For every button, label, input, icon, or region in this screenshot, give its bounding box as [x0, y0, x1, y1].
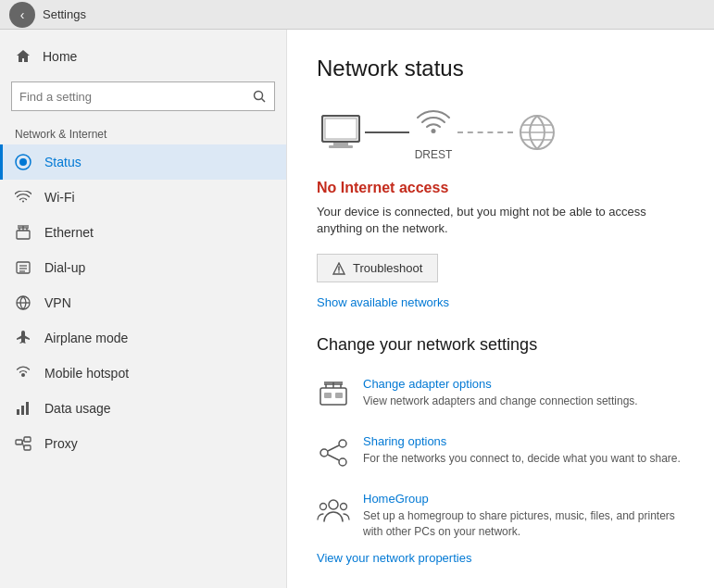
vpn-icon [15, 294, 31, 311]
settings-item-sharing[interactable]: Sharing options For the networks you con… [317, 431, 684, 473]
adapter-icon [317, 379, 350, 412]
svg-rect-4 [17, 231, 30, 239]
sharing-desc: For the networks you connect to, decide … [363, 451, 681, 467]
sidebar-item-status[interactable]: Status [0, 144, 286, 180]
airplane-label: Airplane mode [44, 331, 128, 345]
homegroup-desc: Set up a homegroup to share pictures, mu… [363, 508, 684, 540]
svg-point-48 [329, 500, 338, 509]
show-networks-link[interactable]: Show available networks [317, 295, 684, 309]
svg-point-43 [339, 440, 346, 447]
proxy-icon [15, 435, 31, 452]
ethernet-label: Ethernet [44, 225, 94, 240]
status-label: Status [44, 155, 81, 169]
nd-wifi-icon [409, 104, 457, 144]
svg-rect-16 [17, 409, 19, 415]
hotspot-icon [15, 365, 31, 382]
troubleshoot-button[interactable]: Troubleshoot [317, 254, 438, 282]
nd-wifi-col: DREST [409, 104, 457, 161]
adapter-desc: View network adapters and change connect… [363, 394, 638, 409]
wifi-label: Wi-Fi [44, 190, 75, 205]
nd-line-1 [365, 131, 409, 133]
status-icon [15, 154, 31, 170]
home-icon [15, 48, 31, 65]
sidebar-section-header: Network & Internet [0, 122, 286, 144]
adapter-text: Change adapter options View network adap… [363, 377, 638, 409]
svg-point-3 [19, 158, 27, 166]
computer-icon [317, 112, 365, 153]
sharing-title: Sharing options [363, 434, 681, 448]
sharing-icon [317, 436, 350, 469]
title-bar-text: Settings [43, 7, 86, 21]
sidebar-item-home[interactable]: Home [0, 39, 286, 74]
settings-item-homegroup[interactable]: HomeGroup Set up a homegroup to share pi… [317, 488, 684, 544]
sharing-text: Sharing options For the networks you con… [363, 434, 681, 467]
homegroup-text: HomeGroup Set up a homegroup to share pi… [363, 492, 684, 540]
page-title: Network status [317, 56, 684, 81]
svg-line-47 [328, 455, 339, 460]
wifi-icon [15, 189, 31, 206]
warning-icon [332, 262, 345, 275]
network-diagram: DREST [317, 104, 684, 161]
sidebar-item-airplane[interactable]: Airplane mode [0, 320, 286, 356]
svg-line-1 [262, 99, 266, 103]
svg-point-0 [255, 92, 263, 100]
svg-rect-42 [335, 393, 343, 398]
svg-rect-20 [24, 437, 31, 442]
hotspot-label: Mobile hotspot [44, 366, 129, 381]
settings-item-adapter[interactable]: Change adapter options View network adap… [317, 373, 684, 416]
dialup-label: Dial-up [44, 260, 85, 275]
view-properties-link[interactable]: View your network properties [317, 551, 471, 565]
svg-rect-17 [21, 406, 24, 415]
back-button[interactable]: ‹ [9, 2, 35, 28]
sidebar-item-wifi[interactable]: Wi-Fi [0, 180, 286, 215]
data-usage-icon [15, 400, 31, 417]
search-box[interactable] [11, 81, 275, 111]
svg-rect-27 [333, 143, 348, 145]
svg-rect-21 [24, 445, 31, 450]
svg-rect-26 [325, 119, 357, 139]
globe-icon [513, 112, 561, 153]
ethernet-icon [15, 224, 31, 241]
homegroup-title: HomeGroup [363, 492, 684, 506]
svg-line-46 [328, 445, 339, 451]
svg-line-23 [22, 443, 24, 448]
svg-point-44 [320, 449, 328, 457]
svg-point-50 [341, 504, 347, 510]
nd-globe-col [513, 112, 561, 153]
adapter-title: Change adapter options [363, 377, 638, 391]
svg-rect-28 [329, 145, 353, 148]
svg-rect-19 [16, 440, 22, 444]
title-bar: ‹ Settings [0, 0, 714, 30]
vpn-label: VPN [44, 295, 71, 310]
sidebar: Home Network & Internet Status [0, 30, 287, 588]
change-section-title: Change your network settings [317, 335, 684, 355]
sidebar-item-proxy[interactable]: Proxy [0, 426, 286, 461]
data-label: Data usage [44, 401, 111, 416]
sidebar-item-data[interactable]: Data usage [0, 391, 286, 426]
sidebar-item-hotspot[interactable]: Mobile hotspot [0, 356, 286, 391]
sidebar-item-dialup[interactable]: Dial-up [0, 250, 286, 285]
nd-computer-col [317, 112, 365, 153]
airplane-icon [15, 330, 31, 346]
sidebar-item-ethernet[interactable]: Ethernet [0, 215, 286, 250]
settings-list: Change adapter options View network adap… [317, 373, 684, 544]
svg-point-49 [320, 504, 327, 510]
nd-dashed-line [457, 131, 513, 133]
content-area: Network status [287, 30, 714, 588]
svg-rect-18 [26, 402, 29, 415]
status-desc: Your device is connected, but you might … [317, 204, 684, 237]
homegroup-icon [317, 494, 350, 527]
dialup-icon [15, 259, 31, 276]
search-input[interactable] [12, 90, 244, 104]
troubleshoot-label: Troubleshoot [353, 261, 422, 275]
sidebar-item-vpn[interactable]: VPN [0, 285, 286, 320]
svg-point-15 [21, 373, 25, 377]
status-error: No Internet access [317, 180, 684, 196]
search-button[interactable] [244, 82, 274, 110]
nd-device-label: DREST [415, 148, 453, 161]
svg-point-45 [339, 458, 346, 466]
svg-point-34 [338, 271, 340, 273]
main-layout: Home Network & Internet Status [0, 30, 714, 588]
proxy-label: Proxy [44, 436, 78, 451]
svg-rect-41 [324, 393, 332, 398]
